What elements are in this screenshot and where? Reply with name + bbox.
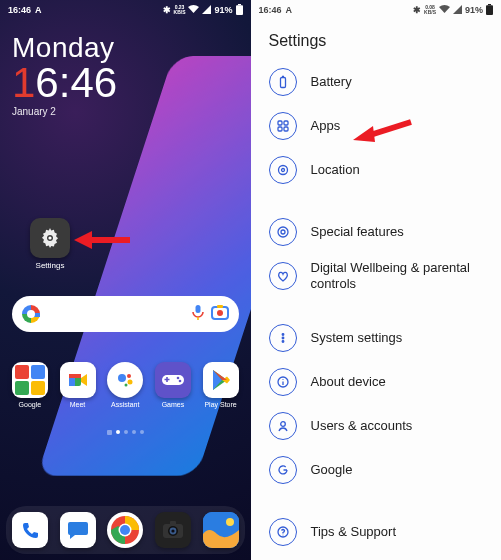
settings-item-label: System settings — [311, 330, 403, 346]
settings-item-tips[interactable]: Tips & Support — [269, 510, 488, 554]
app-games[interactable]: Games — [151, 362, 195, 408]
app-assistant[interactable]: Assistant — [103, 362, 147, 408]
app-label: Games — [162, 401, 185, 408]
settings-item-digital-wellbeing[interactable]: Digital Wellbeing & parental controls — [269, 254, 488, 298]
network-speed: 0.08 KB/S — [424, 5, 436, 15]
app-google-folder[interactable]: Google — [8, 362, 52, 408]
status-app-icon: A — [35, 5, 42, 15]
svg-point-45 — [282, 337, 284, 339]
svg-point-24 — [120, 525, 130, 535]
folder-icon — [12, 362, 48, 398]
svg-rect-29 — [170, 521, 176, 525]
app-play-store[interactable]: Play Store — [199, 362, 243, 408]
battery-icon — [236, 4, 243, 17]
status-time: 16:46 — [259, 5, 282, 15]
svg-rect-0 — [238, 4, 241, 5]
settings-item-label: Digital Wellbeing & parental controls — [311, 260, 488, 293]
settings-item-battery[interactable]: Battery — [269, 60, 488, 104]
svg-point-10 — [217, 310, 223, 316]
page-dot — [132, 430, 136, 434]
camera-icon — [155, 512, 191, 548]
settings-item-users[interactable]: Users & accounts — [269, 404, 488, 448]
page-dot — [116, 430, 120, 434]
phone-icon — [12, 512, 48, 548]
app-settings[interactable]: Settings — [30, 218, 70, 270]
app-settings-label: Settings — [36, 261, 65, 270]
svg-point-17 — [128, 380, 133, 385]
assistant-icon — [107, 362, 143, 398]
time-rest: 6:46 — [35, 59, 117, 106]
settings-item-label: Tips & Support — [311, 524, 397, 540]
gear-icon — [30, 218, 70, 258]
battery-pct: 91% — [214, 5, 232, 15]
settings-item-google[interactable]: Google — [269, 448, 488, 492]
photos-icon — [203, 512, 239, 548]
battery-pct: 91% — [465, 5, 483, 15]
bluetooth-icon: ✱ — [413, 5, 421, 15]
system-icon — [269, 324, 297, 352]
meet-icon — [60, 362, 96, 398]
settings-item-label: Google — [311, 462, 353, 478]
svg-point-4 — [48, 236, 51, 239]
svg-rect-7 — [195, 305, 200, 313]
annotation-arrow-apps — [351, 116, 415, 146]
network-speed: 0.23 KB/S — [174, 5, 186, 15]
dock-photos[interactable] — [199, 512, 243, 548]
svg-point-16 — [127, 374, 131, 378]
dock-phone[interactable] — [8, 512, 52, 548]
settings-item-location[interactable]: Location — [269, 148, 488, 192]
svg-rect-1 — [236, 5, 243, 15]
settings-item-label: Battery — [311, 74, 352, 90]
svg-rect-34 — [280, 78, 285, 88]
page-indicator[interactable] — [0, 430, 251, 435]
dock-chrome[interactable] — [103, 512, 147, 548]
svg-point-20 — [177, 377, 180, 380]
svg-marker-6 — [74, 231, 92, 249]
battery-icon — [486, 4, 493, 17]
app-label: Google — [19, 401, 42, 408]
games-icon — [155, 362, 191, 398]
svg-point-15 — [118, 374, 126, 382]
svg-point-42 — [278, 227, 288, 237]
dock-camera[interactable] — [151, 512, 195, 548]
time: 16:46 — [12, 62, 251, 104]
settings-item-special-features[interactable]: Special features — [269, 210, 488, 254]
time-hour-accent: 1 — [12, 59, 35, 106]
svg-rect-38 — [278, 127, 282, 131]
question-icon — [269, 518, 297, 546]
lens-icon[interactable] — [211, 304, 229, 324]
play-store-icon — [203, 362, 239, 398]
app-label: Assistant — [111, 401, 139, 408]
svg-point-31 — [226, 518, 234, 526]
home-screen: 16:46 A ✱ 0.23 KB/S 91% Monday 16:46 Jan… — [0, 0, 251, 560]
svg-point-49 — [282, 379, 283, 380]
page-dot — [107, 430, 112, 435]
signal-icon — [202, 5, 211, 16]
special-features-icon — [269, 218, 297, 246]
clock-widget[interactable]: Monday 16:46 January 2 — [0, 18, 251, 117]
svg-point-21 — [179, 380, 182, 383]
info-icon — [269, 368, 297, 396]
settings-item-label: Location — [311, 162, 360, 178]
annotation-arrow-settings — [74, 228, 130, 252]
page-title: Settings — [251, 18, 502, 60]
signal-icon — [453, 5, 462, 16]
wifi-icon — [439, 5, 450, 16]
svg-rect-32 — [488, 4, 491, 5]
settings-item-system[interactable]: System settings — [269, 316, 488, 360]
wifi-icon — [188, 5, 199, 16]
battery-icon — [269, 68, 297, 96]
mic-icon[interactable] — [191, 304, 205, 324]
svg-rect-33 — [486, 5, 493, 15]
google-search-bar[interactable] — [12, 296, 239, 332]
app-meet[interactable]: Meet — [56, 362, 100, 408]
svg-point-18 — [125, 384, 128, 387]
page-dot — [140, 430, 144, 434]
app-label: Meet — [70, 401, 86, 408]
app-label: Play Store — [204, 401, 236, 408]
chrome-icon — [107, 512, 143, 548]
location-icon — [269, 156, 297, 184]
dock-messages[interactable] — [56, 512, 100, 548]
svg-rect-14 — [69, 374, 81, 378]
settings-item-about[interactable]: About device — [269, 360, 488, 404]
